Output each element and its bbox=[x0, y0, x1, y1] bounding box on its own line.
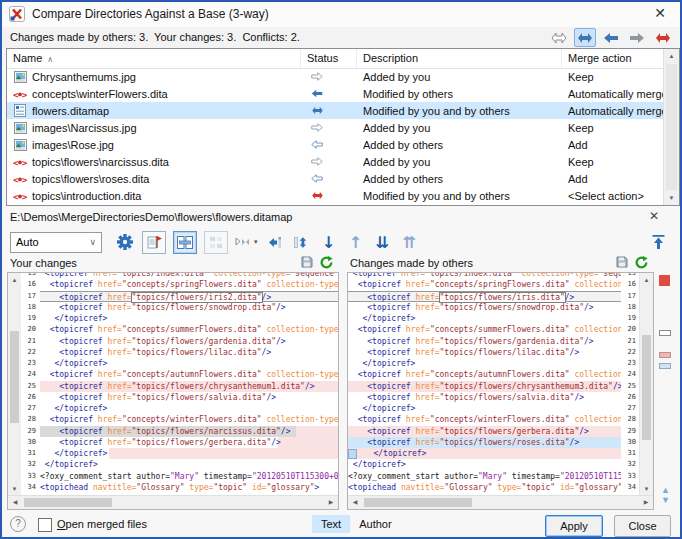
show-all-files-icon[interactable] bbox=[548, 28, 570, 47]
table-row[interactable]: images\Rose.jpgAdded by othersAdd bbox=[7, 136, 664, 153]
line-number: 32 bbox=[21, 459, 40, 470]
table-row[interactable]: <>topics\flowers\roses.ditaAdded by othe… bbox=[7, 170, 664, 187]
copy-change-from-right-icon[interactable] bbox=[265, 232, 285, 253]
synchronized-scrolling-icon[interactable] bbox=[173, 231, 197, 254]
help-icon[interactable]: ? bbox=[10, 516, 26, 532]
close-button[interactable]: Close bbox=[614, 515, 671, 537]
refresh-icon[interactable] bbox=[635, 256, 648, 271]
scrollbar-thumb[interactable] bbox=[666, 64, 677, 190]
show-your-modified-files-icon[interactable] bbox=[626, 28, 648, 47]
line-number: 26 bbox=[621, 392, 640, 403]
scroll-up-icon[interactable]: ▲ bbox=[8, 273, 21, 287]
scroll-right-icon[interactable]: ▶ bbox=[324, 496, 338, 509]
diff-algorithm-select[interactable]: Auto ∨ bbox=[10, 232, 102, 253]
line-number: 30 bbox=[621, 437, 640, 448]
left-horizontal-scrollbar[interactable]: ◀ ▶ bbox=[8, 495, 338, 509]
left-vertical-scrollbar[interactable]: ▲ ▼ bbox=[8, 273, 22, 496]
next-conflict-icon[interactable]: ⇊ bbox=[373, 232, 393, 253]
table-row[interactable]: <>concepts\winterFlowers.ditaModified by… bbox=[7, 85, 664, 102]
save-icon[interactable] bbox=[301, 256, 313, 270]
scrollbar-thumb[interactable] bbox=[364, 498, 472, 507]
merge-action-cell[interactable]: Keep bbox=[562, 122, 664, 134]
previous-conflict-icon[interactable]: ⇈ bbox=[400, 232, 420, 253]
ditamap-file-icon bbox=[13, 104, 27, 118]
merge-action-cell[interactable]: Add bbox=[562, 139, 664, 151]
mode-tab-author[interactable]: Author bbox=[350, 515, 400, 533]
line-number: 33 bbox=[21, 471, 40, 482]
apply-button[interactable]: Apply bbox=[545, 515, 603, 537]
line-number: 16 bbox=[21, 279, 40, 290]
right-vertical-scrollbar[interactable]: ▲ ▼ bbox=[639, 273, 653, 496]
open-merged-files-checkbox[interactable] bbox=[38, 518, 52, 532]
column-header-merge-action[interactable]: Merge action bbox=[562, 49, 664, 68]
code-line: </topicref> bbox=[348, 403, 621, 414]
addition-overview-marker[interactable] bbox=[659, 363, 671, 369]
scrollbar-thumb[interactable] bbox=[642, 335, 651, 440]
titlebar: Compare Directories Against a Base (3-wa… bbox=[2, 2, 680, 27]
next-change-icon[interactable]: ↓ bbox=[319, 232, 339, 253]
line-number: 23 bbox=[621, 358, 640, 369]
scroll-down-icon[interactable]: ▼ bbox=[664, 191, 679, 205]
sort-ascending-icon: ∧ bbox=[47, 55, 53, 64]
right-horizontal-scrollbar[interactable]: ◀ ▶ bbox=[348, 495, 653, 509]
editor-mode-tabs: TextAuthor bbox=[312, 515, 401, 533]
column-header-status[interactable]: Status bbox=[301, 49, 357, 68]
merge-action-cell[interactable]: Automatically merge bbox=[562, 105, 664, 117]
added-by-others-icon bbox=[311, 173, 323, 185]
code-line: <topicref href="topics/flowers/chrysanth… bbox=[40, 381, 338, 392]
mode-tab-text[interactable]: Text bbox=[312, 515, 350, 533]
line-number: 30 bbox=[21, 437, 40, 448]
previous-change-icon[interactable]: ↑ bbox=[346, 232, 366, 253]
file-name: images\Narcissus.jpg bbox=[32, 122, 137, 134]
scrollbar-thumb[interactable] bbox=[10, 331, 19, 423]
window-close-button[interactable]: ✕ bbox=[650, 5, 670, 21]
change-overview-marker[interactable] bbox=[659, 330, 671, 336]
table-row[interactable]: flowers.ditamapModified by you and by ot… bbox=[7, 102, 664, 119]
modified-by-both-icon bbox=[311, 105, 324, 117]
ruler-next-icon[interactable]: ▼ bbox=[661, 496, 670, 505]
right-pane-header: Changes made by others bbox=[347, 256, 654, 272]
modification-overview-marker[interactable] bbox=[659, 352, 671, 358]
next-block-of-changes-icon[interactable]: ▾ bbox=[235, 232, 258, 253]
scroll-right-icon[interactable]: ▶ bbox=[639, 496, 653, 509]
file-name-cell: images\Rose.jpg bbox=[7, 138, 301, 152]
merge-action-cell[interactable]: Add bbox=[562, 173, 664, 185]
merge-action-cell[interactable]: <Select action> bbox=[562, 190, 664, 202]
settings-gear-icon[interactable] bbox=[115, 232, 135, 253]
scroll-up-icon[interactable]: ▲ bbox=[640, 273, 653, 287]
scroll-left-icon[interactable]: ◀ bbox=[8, 496, 22, 509]
status-cell bbox=[301, 190, 357, 202]
scroll-up-icon[interactable]: ▲ bbox=[664, 49, 679, 63]
close-comparison-button[interactable]: ✕ bbox=[646, 209, 662, 223]
merge-action-cell[interactable]: Keep bbox=[562, 156, 664, 168]
table-row[interactable]: images\Narcissus.jpgAdded by youKeep bbox=[7, 119, 664, 136]
code-line: <topicref href="topics/flowers/gardenia.… bbox=[40, 336, 338, 347]
merge-action-cell[interactable]: Automatically merge bbox=[562, 88, 664, 100]
show-conflicting-files-icon[interactable] bbox=[652, 28, 674, 47]
scroll-down-icon[interactable]: ▼ bbox=[8, 482, 21, 496]
ruler-previous-icon[interactable]: ▲ bbox=[661, 486, 670, 495]
conflict-overview-marker[interactable] bbox=[659, 275, 670, 286]
scroll-left-icon[interactable]: ◀ bbox=[348, 496, 362, 509]
code-line: <topicref href="topics/flowers/gardenia.… bbox=[348, 336, 621, 347]
table-row[interactable]: <>topics\flowers\narcissus.ditaAdded by … bbox=[7, 153, 664, 170]
file-path-bar: E:\Demos\MergeDirectoriesDemo\flowers\fl… bbox=[2, 206, 680, 228]
show-files-modified-by-others-icon[interactable] bbox=[600, 28, 622, 47]
scrollbar-thumb[interactable] bbox=[24, 498, 112, 507]
column-header-description[interactable]: Description bbox=[357, 49, 562, 68]
show-files-modified-by-both-icon[interactable] bbox=[574, 28, 596, 47]
go-to-first-change-icon[interactable] bbox=[648, 231, 668, 252]
refresh-icon[interactable] bbox=[320, 256, 333, 271]
copy-all-changes-icon[interactable] bbox=[292, 232, 312, 253]
save-icon[interactable] bbox=[616, 256, 628, 270]
diff-options-icon[interactable] bbox=[142, 231, 166, 254]
column-header-name[interactable]: Name∧ bbox=[7, 49, 301, 68]
scroll-down-icon[interactable]: ▼ bbox=[640, 482, 653, 496]
table-vertical-scrollbar[interactable]: ▲ ▼ bbox=[663, 49, 679, 205]
table-row[interactable]: <>topics\introduction.ditaModified by yo… bbox=[7, 187, 664, 204]
line-number: 23 bbox=[21, 358, 40, 369]
left-source-editor[interactable]: <topicref href="topics/index.dita" colle… bbox=[40, 273, 338, 496]
table-row[interactable]: Chrysanthemums.jpgAdded by youKeep bbox=[7, 68, 664, 85]
merge-action-cell[interactable]: Keep bbox=[562, 71, 664, 83]
right-source-editor[interactable]: <topicref href="topics/index.dita" colle… bbox=[348, 273, 621, 496]
